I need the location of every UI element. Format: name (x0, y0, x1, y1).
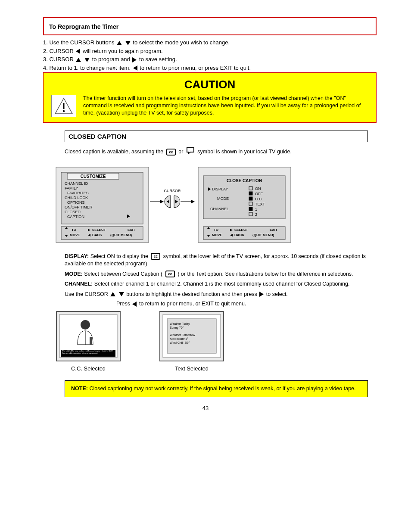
note-head: NOTE: (71, 386, 88, 392)
arrow-left-icon (133, 65, 137, 71)
svg-text:CHANNEL: CHANNEL (210, 207, 229, 211)
svg-rect-29 (249, 192, 252, 195)
caution-box: CAUTION The timer function will turn on … (43, 72, 377, 123)
cc-intro: Closed caption is available, assuming th… (65, 147, 368, 157)
arrow-down-icon (119, 292, 124, 296)
svg-text:C.C.: C.C. (255, 197, 263, 201)
cc-menu-diagram: CUSTOMIZE CHANNEL ID FAMILY FAVORITES CH… (52, 163, 368, 247)
caution-title: CAUTION (51, 78, 368, 91)
reprogram-step-3: 3. CURSOR to program and to save setting… (43, 56, 377, 63)
svg-point-54 (81, 320, 90, 330)
caution-row: The timer function will turn on the tele… (51, 95, 368, 117)
svg-text:(QUIT MENU): (QUIT MENU) (110, 233, 132, 237)
step4-text-a: 4. Return to 1. to change next item. (43, 65, 132, 71)
diagram-left-item: CLOSED (65, 210, 81, 214)
cc-icon: cc (165, 271, 175, 277)
text-selected-label: Text Selected (175, 365, 209, 372)
svg-text:SELECT: SELECT (92, 228, 106, 232)
page: To Reprogram the Timer 1. Use the CURSOR… (0, 0, 411, 532)
use-cursor-a: Use the CURSOR (65, 291, 109, 297)
svg-point-2 (63, 110, 65, 112)
use-cursor-c: to select. (266, 291, 288, 297)
reprogram-steps: 1. Use the CURSOR buttons to select the … (43, 35, 377, 72)
cc-sample-images: The total bill for new brakes, muffler, … (56, 311, 368, 372)
note-box: NOTE: Closed captioning may not work cor… (65, 380, 368, 397)
closed-caption-section: CLOSED CAPTION Closed caption is availab… (65, 131, 368, 372)
cc-selected-sample: The total bill for new brakes, muffler, … (56, 311, 121, 372)
reprogram-step-1: 1. Use the CURSOR buttons to select the … (43, 39, 377, 47)
channel-head: CHANNEL: (65, 281, 93, 287)
svg-text:TO: TO (72, 228, 76, 232)
svg-text:MODE: MODE (217, 196, 229, 201)
svg-text:BACK: BACK (92, 233, 102, 237)
arrow-left-icon (76, 49, 80, 54)
cc-intro-c: symbol is shown in your local TV guide. (197, 149, 292, 155)
note-body: Closed captioning may not work correctly… (89, 386, 355, 392)
cursor-right-button-icon (174, 196, 180, 208)
arrow-left-icon (132, 302, 137, 307)
mode-text-a: Select between Closed Caption ( (84, 271, 164, 277)
svg-text:Wind Chill  -55°: Wind Chill -55° (170, 341, 190, 344)
svg-marker-18 (160, 200, 164, 203)
reprogram-step-2: 2. CURSOR will return you to again progr… (43, 47, 377, 55)
svg-text:EXIT: EXIT (128, 228, 135, 232)
svg-rect-32 (249, 197, 252, 200)
svg-text:DISPLAY: DISPLAY (212, 187, 228, 191)
diagram-left-item: CHANNEL ID (65, 181, 88, 186)
cursor-left-button-icon (165, 196, 171, 208)
cc-intro-b: or (178, 149, 185, 155)
svg-text:2: 2 (255, 212, 257, 217)
arrow-up-icon (76, 58, 81, 62)
arrow-right-icon (132, 57, 137, 62)
svg-text:(QUIT MENU): (QUIT MENU) (252, 233, 274, 237)
svg-text:SELECT: SELECT (234, 228, 248, 232)
step1-text-a: 1. Use the CURSOR buttons (43, 39, 116, 46)
cc-display-step: DISPLAY: Select ON to display the cc sym… (65, 253, 368, 268)
step3-text-a: 3. CURSOR (43, 56, 75, 62)
return-note-a: Press (116, 301, 131, 307)
cc-title: CLOSED CAPTION (65, 131, 368, 142)
step2-text-b: will return you to again program. (83, 48, 163, 54)
svg-text:TO: TO (214, 228, 218, 232)
display-head: DISPLAY: (65, 253, 89, 259)
cc-intro-a: Closed caption is available, assuming th… (65, 149, 165, 155)
cc-use-cursor: Use the CURSOR buttons to highlight the … (65, 291, 368, 299)
diagram-left-item: OPTIONS (67, 200, 85, 205)
step4-text-b: to return to prior menu, or press EXIT t… (140, 65, 251, 71)
use-cursor-b: buttons to highlight the desired functio… (126, 291, 258, 297)
svg-text:ON: ON (255, 187, 261, 191)
reprogram-timer-box: To Reprogram the Timer (43, 17, 377, 35)
svg-text:TEXT: TEXT (255, 202, 265, 206)
arrow-right-icon (259, 292, 264, 297)
arrow-up-icon (110, 292, 115, 296)
display-text-a: Select ON to display the (90, 253, 150, 259)
svg-text:A bit cooler  3°: A bit cooler 3° (170, 337, 188, 340)
caution-text: The timer function will turn on the tele… (83, 95, 368, 117)
svg-text:OFF: OFF (255, 192, 263, 196)
text-selected-illustration: Weather Today Sunny 70° Weather Tomorrow… (159, 311, 224, 363)
diagram-left-item: CAPTION (67, 215, 84, 219)
mode-text-b: ) or the Text option. See illustrations … (177, 271, 353, 277)
diagram-left-item: FAVORITES (67, 191, 89, 195)
cc-selected-illustration: The total bill for new brakes, muffler, … (56, 311, 121, 363)
diagram-right-header: CLOSE CAPTION (227, 178, 262, 183)
svg-marker-22 (191, 200, 195, 203)
cc-selected-label: C.C. Selected (71, 365, 106, 372)
cc-channel-step: CHANNEL: Select either channel 1 or chan… (65, 280, 368, 288)
arrow-up-icon (117, 41, 122, 45)
cc-icon: cc (151, 253, 160, 260)
cc-icon: cc (166, 149, 176, 156)
cc-return-note: Press to return to prior menu, or EXIT t… (116, 301, 368, 307)
svg-text:Weather Tomorrow: Weather Tomorrow (170, 333, 196, 336)
svg-rect-1 (63, 103, 65, 109)
diagram-left-item: ON/OFF TIMER (65, 205, 93, 209)
arrow-down-icon (125, 41, 131, 45)
warning-triangle-icon (51, 95, 76, 117)
diagram-left-item: CHILD LOCK (65, 196, 88, 200)
page-number: 43 (17, 405, 394, 411)
svg-text:MOVE: MOVE (70, 233, 80, 237)
svg-text:MOVE: MOVE (212, 233, 222, 237)
channel-text: Select either channel 1 or channel 2. Ch… (94, 281, 350, 287)
text-selected-sample: Weather Today Sunny 70° Weather Tomorrow… (159, 311, 224, 372)
speech-bubble-icon (186, 147, 195, 157)
